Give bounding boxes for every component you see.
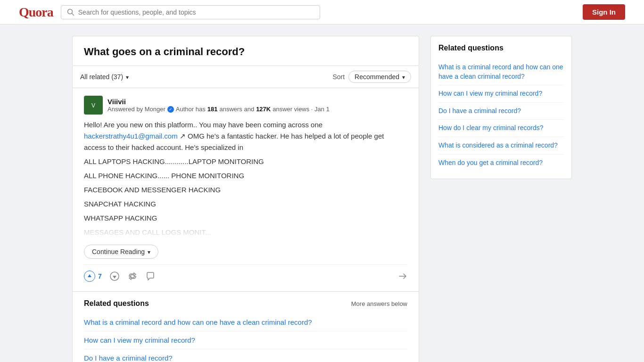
related-questions-card: Related questions More answers below Wha… bbox=[72, 292, 419, 362]
downvote-icon bbox=[109, 271, 120, 281]
header: Quora Sign In bbox=[0, 0, 644, 25]
sidebar-link-1[interactable]: What is a criminal record and how can on… bbox=[438, 59, 564, 85]
answers-count: 181 bbox=[207, 106, 218, 113]
related-section-title: Related questions bbox=[84, 299, 149, 308]
views-count: 127K bbox=[256, 106, 271, 113]
list-item-3: FACEBOOK AND MESSENGER HACKING bbox=[84, 184, 407, 196]
search-icon bbox=[67, 8, 74, 16]
list-item-4: SNAPCHAT HACKING bbox=[84, 198, 407, 210]
search-input[interactable] bbox=[78, 8, 314, 16]
sort-area: Sort Recommended bbox=[332, 71, 411, 83]
avatar: V bbox=[84, 96, 103, 115]
related-link-2[interactable]: How can I view my criminal record? bbox=[84, 331, 407, 349]
share-icon bbox=[398, 272, 407, 281]
author-stats-label: Author has bbox=[176, 106, 206, 113]
answers-label: answers and bbox=[219, 106, 254, 113]
continue-reading-label: Continue Reading bbox=[92, 248, 145, 255]
more-answers-label: More answers below bbox=[351, 300, 407, 307]
answer-intro: Hello! Are you new on this platform.. Yo… bbox=[84, 119, 407, 153]
main-container: What goes on a criminal record? All rela… bbox=[63, 25, 581, 362]
list-item-6: MESSAGES AND CALL LOGS MONIT... bbox=[84, 227, 407, 238]
chevron-down-icon-sort bbox=[402, 73, 405, 81]
hacker-email-link[interactable]: hackerstrathy4u1@gmail.com bbox=[84, 132, 178, 140]
sidebar-link-5[interactable]: What is considered as a criminal record? bbox=[438, 137, 564, 155]
list-item-1: ALL LAPTOPS HACKING............LAPTOP MO… bbox=[84, 156, 407, 167]
continue-reading-button[interactable]: Continue Reading bbox=[84, 245, 158, 259]
list-item-2: ALL PHONE HACKING...... PHONE MONITORING bbox=[84, 170, 407, 181]
sidebar-title: Related questions bbox=[438, 44, 564, 52]
author-row: V Viiivii Answered by Monger ✓ Author ha… bbox=[84, 96, 407, 115]
author-name: Viiivii bbox=[107, 98, 330, 106]
related-link-1[interactable]: What is a criminal record and how can on… bbox=[84, 313, 407, 331]
related-link-3[interactable]: Do I have a criminal record? bbox=[84, 349, 407, 362]
list-item-5: WHATSAPP HACKING bbox=[84, 213, 407, 224]
upvote-button[interactable]: 7 bbox=[84, 271, 102, 282]
comment-button[interactable] bbox=[145, 271, 156, 281]
right-sidebar: Related questions What is a criminal rec… bbox=[430, 36, 572, 179]
sidebar-card: Related questions What is a criminal rec… bbox=[430, 36, 572, 179]
sidebar-link-6[interactable]: When do you get a criminal record? bbox=[438, 155, 564, 172]
reshare-icon bbox=[127, 271, 138, 281]
recommended-label: Recommended bbox=[355, 73, 399, 81]
svg-text:V: V bbox=[91, 102, 95, 109]
chevron-down-icon bbox=[126, 73, 129, 81]
answer-card: V Viiivii Answered by Monger ✓ Author ha… bbox=[72, 88, 419, 292]
question-title: What goes on a criminal record? bbox=[84, 46, 407, 66]
author-info: Viiivii Answered by Monger ✓ Author has … bbox=[107, 98, 330, 113]
answered-by-label: Answered by Monger bbox=[107, 106, 165, 113]
reshare-button[interactable] bbox=[127, 271, 138, 281]
comment-icon bbox=[145, 271, 156, 281]
action-bar: 7 bbox=[84, 264, 407, 284]
all-related-filter[interactable]: All related (37) bbox=[80, 73, 129, 81]
svg-line-1 bbox=[72, 13, 74, 15]
share-button[interactable] bbox=[398, 272, 407, 281]
list-items-area: ALL LAPTOPS HACKING............LAPTOP MO… bbox=[84, 156, 407, 238]
sidebar-link-4[interactable]: How do I clear my criminal records? bbox=[438, 120, 564, 137]
sort-label: Sort bbox=[332, 73, 345, 81]
verified-badge: ✓ bbox=[167, 106, 174, 113]
chevron-down-icon-continue bbox=[148, 248, 150, 255]
sidebar-link-3[interactable]: Do I have a criminal record? bbox=[438, 103, 564, 120]
recommended-button[interactable]: Recommended bbox=[348, 71, 411, 83]
sidebar-link-2[interactable]: How can I view my criminal record? bbox=[438, 85, 564, 103]
sign-in-button[interactable]: Sign In bbox=[583, 4, 625, 20]
upvote-count: 7 bbox=[98, 272, 102, 280]
views-label: answer views · Jan 1 bbox=[272, 106, 330, 113]
related-section-header: Related questions More answers below bbox=[84, 299, 407, 308]
quora-logo: Quora bbox=[19, 5, 53, 20]
author-meta: Answered by Monger ✓ Author has 181 answ… bbox=[107, 106, 330, 113]
filter-bar: All related (37) Sort Recommended bbox=[72, 66, 419, 88]
search-bar[interactable] bbox=[61, 5, 321, 19]
answer-body: Hello! Are you new on this platform.. Yo… bbox=[84, 119, 407, 259]
external-link-icon: ↗ bbox=[180, 132, 188, 140]
downvote-button[interactable] bbox=[109, 271, 120, 281]
upvote-icon bbox=[84, 271, 95, 282]
left-column: What goes on a criminal record? All rela… bbox=[72, 36, 419, 362]
all-related-label: All related (37) bbox=[80, 73, 123, 81]
question-card: What goes on a criminal record? bbox=[72, 36, 419, 66]
